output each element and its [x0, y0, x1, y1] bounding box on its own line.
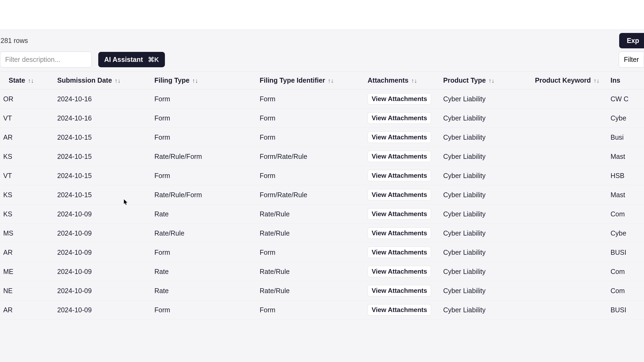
- cell-product-keyword: [532, 185, 607, 205]
- table-row[interactable]: OR2024-10-16FormFormView AttachmentsCybe…: [0, 89, 644, 109]
- cell-product-type: Cyber Liability: [440, 185, 532, 205]
- col-state-label: State: [9, 76, 25, 84]
- cell-filing-type: Form: [151, 89, 256, 109]
- view-attachments-button[interactable]: View Attachments: [368, 93, 431, 105]
- cell-product-keyword: [532, 147, 607, 166]
- cell-attachments: View Attachments: [364, 224, 440, 243]
- cell-date: 2024-10-15: [54, 128, 151, 147]
- col-state[interactable]: State↑↓: [0, 72, 54, 89]
- cell-state: KS: [0, 205, 54, 224]
- cell-filing-type-id: Rate/Rule: [256, 205, 364, 224]
- cell-product-keyword: [532, 89, 607, 109]
- col-ftid-label: Filing Type Identifier: [260, 76, 325, 84]
- col-product-keyword[interactable]: Product Keyword↑↓: [532, 72, 607, 89]
- sort-icon: ↑↓: [328, 77, 334, 84]
- table-row[interactable]: MS2024-10-09Rate/RuleRate/RuleView Attac…: [0, 224, 644, 243]
- cell-product-type: Cyber Liability: [440, 147, 532, 166]
- view-attachments-button[interactable]: View Attachments: [368, 227, 431, 239]
- cell-product-keyword: [532, 128, 607, 147]
- export-button[interactable]: Exp: [619, 33, 644, 48]
- view-attachments-button[interactable]: View Attachments: [368, 266, 431, 277]
- cell-product-type: Cyber Liability: [440, 166, 532, 185]
- cell-attachments: View Attachments: [364, 185, 440, 205]
- cell-product-keyword: [532, 300, 607, 320]
- ai-assistant-button[interactable]: AI Assistant ⌘K: [98, 52, 165, 67]
- table-header-row: State↑↓ Submission Date↑↓ Filing Type↑↓ …: [0, 72, 644, 89]
- view-attachments-button[interactable]: View Attachments: [368, 189, 431, 200]
- cell-filing-type-id: Form/Rate/Rule: [256, 185, 364, 205]
- cell-attachments: View Attachments: [364, 262, 440, 281]
- sort-icon: ↑↓: [28, 77, 34, 84]
- cell-filing-type: Rate/Rule/Form: [151, 147, 256, 166]
- row-count: 281 rows: [0, 37, 28, 45]
- filter-description-input[interactable]: [0, 52, 92, 68]
- col-date-label: Submission Date: [57, 76, 112, 84]
- col-ins[interactable]: Ins: [607, 72, 644, 89]
- cell-filing-type: Form: [151, 109, 256, 128]
- cell-filing-type-id: Rate/Rule: [256, 262, 364, 281]
- cell-date: 2024-10-15: [54, 185, 151, 205]
- ai-assistant-label: AI Assistant: [104, 56, 143, 63]
- cell-product-keyword: [532, 224, 607, 243]
- sort-icon: ↑↓: [594, 77, 599, 84]
- col-product-type[interactable]: Product Type↑↓: [440, 72, 532, 89]
- table-row[interactable]: AR2024-10-09FormFormView AttachmentsCybe…: [0, 243, 644, 262]
- view-attachments-button[interactable]: View Attachments: [368, 304, 431, 316]
- view-attachments-button[interactable]: View Attachments: [368, 170, 431, 181]
- cell-filing-type: Rate: [151, 281, 256, 300]
- table-row[interactable]: ME2024-10-09RateRate/RuleView Attachment…: [0, 262, 644, 281]
- cell-filing-type-id: Form: [256, 243, 364, 262]
- view-attachments-button[interactable]: View Attachments: [368, 151, 431, 162]
- cell-product-type: Cyber Liability: [440, 300, 532, 320]
- cell-date: 2024-10-16: [54, 109, 151, 128]
- cell-filing-type: Form: [151, 166, 256, 185]
- cell-filing-type-id: Form: [256, 300, 364, 320]
- cell-product-keyword: [532, 262, 607, 281]
- table-row[interactable]: KS2024-10-09RateRate/RuleView Attachment…: [0, 205, 644, 224]
- cell-date: 2024-10-09: [54, 224, 151, 243]
- view-attachments-button[interactable]: View Attachments: [368, 132, 431, 143]
- cell-product-keyword: [532, 109, 607, 128]
- col-filing-type[interactable]: Filing Type↑↓: [151, 72, 256, 89]
- cell-ins: Com: [607, 205, 644, 224]
- cell-ins: Busi: [607, 128, 644, 147]
- table-row[interactable]: NE2024-10-09RateRate/RuleView Attachment…: [0, 281, 644, 300]
- cell-date: 2024-10-09: [54, 281, 151, 300]
- cell-product-type: Cyber Liability: [440, 89, 532, 109]
- cell-filing-type-id: Form/Rate/Rule: [256, 147, 364, 166]
- filters-button[interactable]: Filter: [619, 52, 644, 68]
- table-row[interactable]: VT2024-10-15FormFormView AttachmentsCybe…: [0, 166, 644, 185]
- cell-ins: Com: [607, 262, 644, 281]
- cell-filing-type-id: Rate/Rule: [256, 224, 364, 243]
- table-row[interactable]: AR2024-10-09FormFormView AttachmentsCybe…: [0, 300, 644, 320]
- view-attachments-button[interactable]: View Attachments: [368, 285, 431, 296]
- cell-attachments: View Attachments: [364, 166, 440, 185]
- cell-product-keyword: [532, 243, 607, 262]
- cell-state: NE: [0, 281, 54, 300]
- sort-icon: ↑↓: [489, 77, 494, 84]
- view-attachments-button[interactable]: View Attachments: [368, 247, 431, 258]
- cell-state: AR: [0, 128, 54, 147]
- cell-state: ME: [0, 262, 54, 281]
- view-attachments-button[interactable]: View Attachments: [368, 208, 431, 220]
- cell-attachments: View Attachments: [364, 147, 440, 166]
- col-ins-label: Ins: [611, 76, 620, 84]
- cell-filing-type-id: Rate/Rule: [256, 281, 364, 300]
- cell-ins: HSB: [607, 166, 644, 185]
- cell-state: KS: [0, 185, 54, 205]
- table-row[interactable]: KS2024-10-15Rate/Rule/FormForm/Rate/Rule…: [0, 147, 644, 166]
- col-filing-type-identifier[interactable]: Filing Type Identifier↑↓: [256, 72, 364, 89]
- table-row[interactable]: VT2024-10-16FormFormView AttachmentsCybe…: [0, 109, 644, 128]
- col-attachments[interactable]: Attachments↑↓: [364, 72, 440, 89]
- cell-product-type: Cyber Liability: [440, 262, 532, 281]
- col-submission-date[interactable]: Submission Date↑↓: [54, 72, 151, 89]
- cell-ins: BUSI: [607, 243, 644, 262]
- view-attachments-button[interactable]: View Attachments: [368, 112, 431, 124]
- table-scroll[interactable]: State↑↓ Submission Date↑↓ Filing Type↑↓ …: [0, 71, 644, 320]
- table-row[interactable]: AR2024-10-15FormFormView AttachmentsCybe…: [0, 128, 644, 147]
- cell-ins: Cybe: [607, 109, 644, 128]
- cell-attachments: View Attachments: [364, 281, 440, 300]
- cell-product-type: Cyber Liability: [440, 205, 532, 224]
- table-row[interactable]: KS2024-10-15Rate/Rule/FormForm/Rate/Rule…: [0, 185, 644, 205]
- cell-ins: CW C: [607, 89, 644, 109]
